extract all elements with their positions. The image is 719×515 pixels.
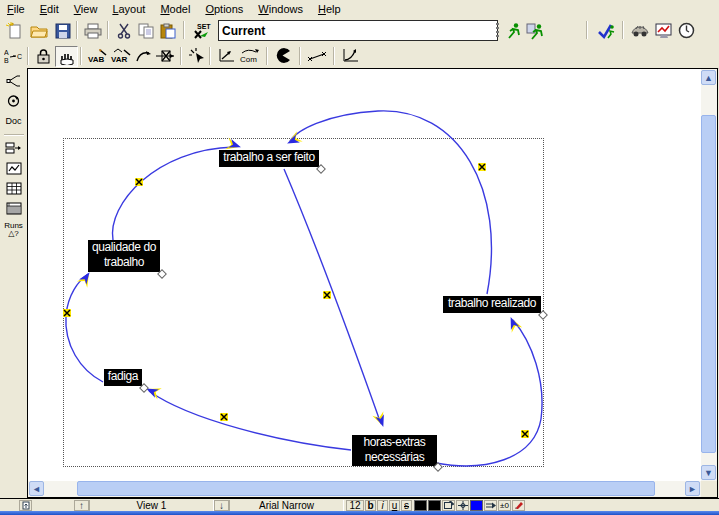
view-down-button[interactable]: ↓ — [214, 500, 229, 511]
open-file-button[interactable] — [28, 20, 49, 41]
set-run-button[interactable]: SET — [191, 20, 212, 41]
scroll-down-button[interactable]: ▼ — [701, 465, 716, 480]
sidebar-separator — [4, 134, 24, 136]
menu-edit[interactable]: Edit — [33, 1, 67, 17]
new-file-button[interactable] — [4, 20, 25, 41]
menu-help[interactable]: Help — [311, 1, 349, 17]
status-left-button[interactable] — [19, 500, 32, 511]
save-button[interactable] — [52, 20, 73, 41]
vertical-scroll-thumb[interactable] — [701, 115, 716, 453]
node-horas-extras-necessarias[interactable]: horas-extras necessárias — [352, 435, 437, 466]
arrow-trabalhorealizado-to-trabalhoaserfeito[interactable] — [290, 111, 491, 294]
time-axis-button[interactable] — [676, 20, 697, 41]
graphics-button[interactable] — [512, 500, 525, 511]
loops-tool[interactable] — [3, 91, 25, 110]
text-color-swatch[interactable] — [414, 500, 427, 511]
reference-wand-tool[interactable] — [306, 46, 327, 65]
svg-text:Com: Com — [240, 55, 257, 64]
table-time-tool[interactable] — [3, 199, 25, 218]
toolbar-separator — [333, 47, 335, 65]
rate-valve-tool[interactable] — [155, 46, 176, 65]
node-fadiga[interactable]: fadiga — [104, 369, 142, 386]
arrow-trabalhoaserfeito-to-horasextras[interactable] — [284, 169, 381, 424]
lock-tool[interactable] — [33, 46, 54, 65]
equation-tool[interactable] — [340, 46, 361, 65]
toolbar-separator — [622, 21, 624, 39]
copy-button[interactable] — [135, 20, 156, 41]
comment-tool[interactable]: Com — [238, 46, 259, 65]
io-object-tool[interactable] — [216, 46, 237, 65]
box-color-swatch[interactable] — [428, 500, 441, 511]
simulate-button[interactable] — [503, 20, 524, 41]
causes-strip-tool[interactable] — [3, 139, 25, 158]
scroll-right-button[interactable]: ► — [685, 481, 700, 496]
print-button[interactable] — [82, 20, 103, 41]
paste-button[interactable] — [157, 20, 178, 41]
menu-file[interactable]: File — [0, 1, 33, 17]
view-selector[interactable]: View 1 — [89, 500, 214, 511]
menu-options[interactable]: Options — [198, 1, 251, 17]
arrow-tool[interactable] — [133, 46, 154, 65]
scroll-up-button[interactable]: ▲ — [701, 70, 716, 85]
pointer-wand-tool[interactable] — [186, 46, 207, 65]
loops-icon — [6, 93, 21, 108]
hide-level-button[interactable]: ±0 — [498, 500, 511, 511]
equation-graph-icon — [342, 48, 360, 63]
horizontal-scroll-thumb[interactable] — [77, 481, 655, 496]
lock-icon — [36, 48, 51, 64]
bold-button[interactable]: b — [365, 500, 376, 511]
table-tool[interactable] — [3, 179, 25, 198]
arrow-horasextras-to-trabalhorealizado[interactable] — [436, 320, 542, 466]
sketch-canvas[interactable]: trabalho a ser feito qualidade do trabal… — [28, 69, 700, 481]
position-button[interactable] — [456, 500, 469, 511]
toolbar-separator — [180, 47, 182, 65]
font-name-selector[interactable]: Arial Narrow — [229, 500, 344, 511]
merge-abc-tool[interactable]: A B C — [3, 46, 24, 65]
shape-button[interactable] — [442, 500, 455, 511]
strike-button[interactable]: s — [401, 500, 412, 511]
variable-tool[interactable]: VAB — [87, 46, 108, 65]
menu-model[interactable]: Model — [153, 1, 198, 17]
move-hand-tool[interactable] — [55, 46, 78, 67]
arrow-color-swatch[interactable] — [470, 500, 483, 511]
document-tool[interactable]: Doc — [3, 111, 25, 130]
merge-abc-icon: A B C — [4, 47, 24, 64]
graph-tool[interactable] — [3, 159, 25, 178]
toolbar-separator — [266, 47, 268, 65]
menu-layout[interactable]: Layout — [105, 1, 153, 17]
dataset-name-field[interactable] — [218, 20, 498, 41]
arrow-horasextras-to-fadiga[interactable] — [149, 391, 351, 450]
output-windows-button[interactable] — [653, 20, 674, 41]
font-size-selector[interactable]: 12 — [346, 500, 364, 511]
svg-text:C: C — [17, 53, 22, 60]
arrow-fadiga-to-qualidade[interactable] — [66, 274, 103, 382]
horizontal-scrollbar[interactable]: ◄ ► — [28, 481, 701, 497]
vertical-scrollbar[interactable]: ▲ ▼ — [701, 69, 717, 481]
runs-compare-tool[interactable]: Runs△? — [3, 219, 25, 241]
node-trabalho-realizado[interactable]: trabalho realizado — [443, 296, 541, 313]
italic-button[interactable]: i — [377, 500, 388, 511]
cut-button[interactable] — [113, 20, 134, 41]
gauge-clock-icon — [678, 22, 695, 39]
view-up-button[interactable]: ↑ — [74, 500, 89, 511]
menu-windows[interactable]: Windows — [251, 1, 311, 17]
io-graph-icon — [218, 48, 236, 63]
toolbar-separator — [27, 47, 29, 65]
taskbar-edge — [0, 511, 719, 515]
arrow-qualidade-to-trabalhoaserfeito[interactable] — [113, 147, 234, 240]
scroll-left-button[interactable]: ◄ — [29, 481, 44, 496]
synthesim-button[interactable] — [629, 20, 650, 41]
underline-button[interactable]: u — [389, 500, 400, 511]
arrow-width-button[interactable] — [484, 500, 497, 511]
simulate-setup-button[interactable] — [525, 20, 546, 41]
shadow-variable-tool[interactable]: VAR — [110, 46, 131, 65]
runs-label: Runs△? — [4, 222, 23, 238]
menu-view[interactable]: View — [67, 1, 106, 17]
check-model-button[interactable] — [596, 20, 617, 41]
causes-tree-tool[interactable] — [3, 71, 25, 90]
copy-icon — [138, 23, 154, 39]
crosshair-icon — [458, 501, 468, 510]
delete-tool[interactable] — [273, 46, 294, 65]
node-trabalho-a-ser-feito[interactable]: trabalho a ser feito — [219, 150, 319, 167]
node-qualidade-do-trabalho[interactable]: qualidade do trabalho — [88, 240, 160, 272]
